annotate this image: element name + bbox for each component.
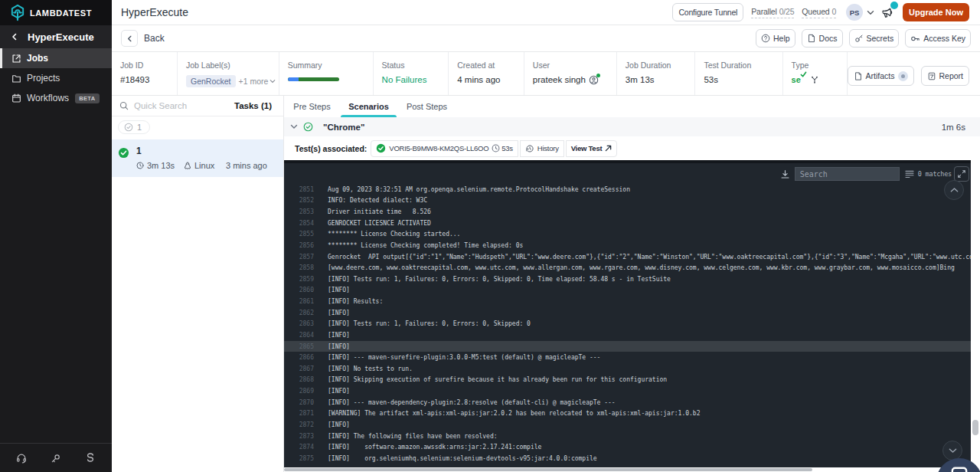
back-button[interactable] bbox=[121, 30, 138, 47]
page-title: HyperExecute bbox=[121, 6, 188, 18]
log-lines[interactable]: 2851Aug 09, 2023 8:32:51 AM org.openqa.s… bbox=[284, 184, 971, 467]
log-line-number: 2863 bbox=[284, 320, 314, 327]
external-link-icon bbox=[605, 145, 612, 152]
log-line-text: [www.deere.com, www.oaktreecapital.com, … bbox=[314, 264, 955, 271]
scenario-group-row[interactable]: "Chrome" 1m 6s bbox=[284, 117, 980, 136]
log-line: 2854GENROCKET LICESNCE ACTIVATED bbox=[284, 218, 971, 229]
test-chip-group: VORI5-B9MW8-KM2QS-LL6OO 53s History View… bbox=[371, 140, 617, 157]
created-cell: Created at 4 mins ago bbox=[449, 52, 524, 95]
sidebar-item-jobs[interactable]: Jobs bbox=[0, 48, 112, 68]
brand-name: LAMBDATEST bbox=[30, 8, 92, 18]
log-line-text: [INFO] --- maven-dependency-plugin:2.8:r… bbox=[314, 399, 616, 406]
log-search-input[interactable] bbox=[795, 167, 900, 181]
chevron-left-icon[interactable] bbox=[11, 33, 18, 41]
log-line-text: ******** License Checking started... bbox=[314, 231, 460, 238]
log-line-number: 2871 bbox=[284, 410, 314, 417]
log-line-text: [INFO] bbox=[314, 310, 350, 316]
log-line-number: 2855 bbox=[284, 231, 314, 238]
help-icon bbox=[761, 34, 770, 43]
chat-icon bbox=[950, 466, 969, 472]
log-line: 2872[INFO] bbox=[284, 419, 971, 431]
announcement-megaphone-icon[interactable] bbox=[880, 5, 896, 20]
chevron-down-icon[interactable] bbox=[290, 124, 298, 129]
task-success-icon bbox=[118, 147, 129, 170]
task-os: Linux bbox=[194, 161, 214, 170]
workflows-icon bbox=[11, 93, 21, 103]
queued-value: 0 bbox=[831, 7, 836, 16]
sidebar-item-projects[interactable]: Projects bbox=[0, 68, 112, 88]
test-id-chip[interactable]: VORI5-B9MW8-KM2QS-LL6OO 53s bbox=[371, 140, 518, 157]
vertical-scrollbar-thumb[interactable] bbox=[972, 420, 978, 435]
test-duration-cell: Test Duration 53s bbox=[695, 52, 782, 95]
log-line: 2863[INFO] Tests run: 1, Failures: 0, Er… bbox=[284, 319, 971, 330]
log-panel: 0 matches 2851Aug 09, 2023 8:32:51 AM or… bbox=[284, 160, 971, 467]
log-line: 2867[INFO] No tests to run. bbox=[284, 363, 971, 375]
label-chip[interactable]: GenRocket bbox=[186, 75, 236, 87]
tab-pre-steps[interactable]: Pre Steps bbox=[285, 96, 339, 117]
artifacts-count-badge bbox=[898, 71, 908, 81]
chevron-down-icon[interactable] bbox=[867, 10, 874, 15]
log-line-number: 2867 bbox=[284, 365, 314, 372]
support-headset-icon[interactable] bbox=[16, 453, 27, 464]
download-log-icon[interactable] bbox=[780, 169, 790, 179]
scenario-group-name: "Chrome" bbox=[323, 123, 364, 132]
task-meta: 3m 13s Linux 3 mins ago bbox=[136, 161, 267, 170]
summary-cell: Summary bbox=[279, 52, 374, 95]
configure-tunnel-button[interactable]: Configure Tunnel bbox=[672, 3, 743, 21]
user-cell: User prateek singh bbox=[524, 52, 617, 95]
log-line-text: [INFO] software.amazon.awssdk:arns:jar:2… bbox=[314, 444, 541, 451]
artifacts-button[interactable]: Artifacts bbox=[848, 66, 914, 86]
notification-dot bbox=[890, 2, 898, 9]
log-line: 2870[INFO] --- maven-dependency-plugin:2… bbox=[284, 397, 971, 408]
log-line-text: [INFO] bbox=[314, 421, 350, 428]
help-button[interactable]: Help bbox=[756, 29, 795, 48]
tab-post-steps[interactable]: Post Steps bbox=[397, 96, 456, 117]
projects-icon bbox=[11, 74, 21, 84]
job-id-value: #18493 bbox=[120, 75, 177, 84]
sidebar-nav: Jobs Projects Workflows bbox=[0, 48, 112, 108]
parallel-value: 0/25 bbox=[779, 7, 795, 16]
test-success-icon bbox=[376, 143, 386, 153]
lambdatest-logo-icon bbox=[10, 4, 25, 21]
task-list-item[interactable]: 1 3m 13s Linux 3 mins ago bbox=[112, 139, 283, 177]
log-line-text: [INFO] bbox=[314, 332, 350, 339]
status-icon[interactable] bbox=[85, 453, 96, 464]
sidebar-footer bbox=[0, 443, 112, 472]
log-line-text: INFO: Detected dialect: W3C bbox=[314, 197, 427, 204]
parallel-stat: Parallel0/25 bbox=[751, 7, 794, 18]
horizontal-scrollbar-thumb[interactable] bbox=[284, 468, 812, 471]
history-icon bbox=[525, 144, 534, 153]
log-line: 2859[INFO] Tests run: 1, Failures: 0, Er… bbox=[284, 274, 971, 285]
upgrade-now-button[interactable]: Upgrade Now bbox=[903, 3, 969, 21]
search-icon bbox=[119, 101, 129, 110]
topbar: HyperExecute Configure Tunnel Parallel0/… bbox=[112, 0, 980, 25]
avatar[interactable]: PS bbox=[846, 4, 863, 21]
chevron-down-icon[interactable] bbox=[270, 79, 276, 84]
log-line: 2862[INFO] bbox=[284, 307, 971, 319]
wrap-lines-icon[interactable] bbox=[905, 170, 914, 178]
linux-icon bbox=[184, 162, 191, 170]
task-search-input[interactable] bbox=[134, 101, 211, 110]
view-test-button[interactable]: View Test bbox=[566, 140, 618, 157]
log-line-text: [INFO] Tests run: 1, Failures: 0, Errors… bbox=[314, 320, 531, 327]
history-button[interactable]: History bbox=[520, 140, 564, 157]
sidebar-item-workflows[interactable]: Workflows BETA bbox=[0, 88, 112, 108]
access-key-button[interactable]: Access Key bbox=[905, 29, 971, 48]
sidebar: LAMBDATEST HyperExecute Jobs bbox=[0, 0, 112, 472]
log-line-number: 2857 bbox=[284, 254, 314, 261]
log-line: 2852INFO: Detected dialect: W3C bbox=[284, 195, 971, 207]
sidebar-product-header[interactable]: HyperExecute bbox=[0, 25, 112, 48]
tab-scenarios[interactable]: Scenarios bbox=[341, 96, 397, 117]
key-icon[interactable] bbox=[51, 453, 61, 464]
more-labels[interactable]: +1 more bbox=[239, 77, 269, 86]
log-line: 2851Aug 09, 2023 8:32:51 AM org.openqa.s… bbox=[284, 184, 971, 195]
task-status-filter[interactable]: 1 bbox=[118, 120, 150, 134]
type-cell: Type se bbox=[783, 52, 848, 95]
secrets-button[interactable]: Secrets bbox=[849, 29, 900, 48]
report-button[interactable]: Report bbox=[921, 66, 970, 86]
log-line-number: 2859 bbox=[284, 276, 314, 283]
docs-button[interactable]: Docs bbox=[802, 29, 843, 48]
access-key-icon bbox=[910, 34, 920, 44]
expand-log-icon[interactable] bbox=[954, 166, 969, 182]
beta-badge: BETA bbox=[75, 93, 99, 103]
